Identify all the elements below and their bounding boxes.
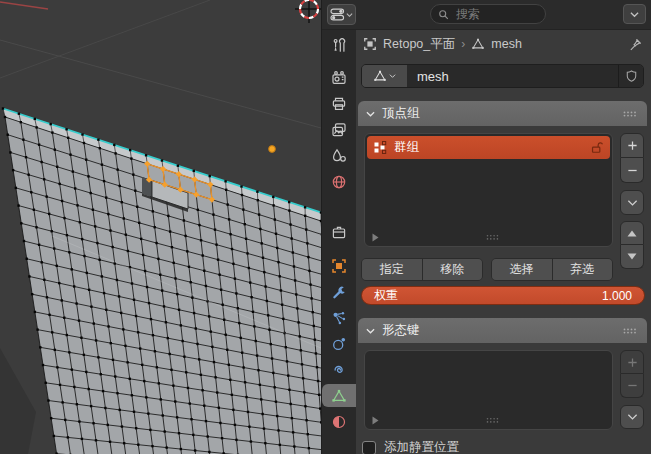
properties-panel: Retopo_平面 › mesh — [356, 30, 651, 454]
tab-particles[interactable] — [322, 306, 356, 329]
plus-icon — [627, 140, 638, 151]
remove-vertex-group-button[interactable] — [620, 158, 644, 183]
vertex-group-actions: 指定 移除 选择 弃选 — [361, 258, 613, 281]
breadcrumb: Retopo_平面 › mesh — [356, 30, 651, 58]
tool-icon — [331, 38, 347, 54]
tab-constraints[interactable] — [322, 358, 356, 381]
tab-scene[interactable] — [322, 144, 356, 167]
pin-icon[interactable] — [629, 38, 642, 51]
view-layer-icon — [331, 122, 347, 138]
shape-keys-list[interactable] — [364, 350, 613, 430]
retopo-mesh-canvas[interactable] — [0, 0, 321, 454]
plus-icon — [627, 357, 638, 368]
add-shape-key-button[interactable] — [620, 350, 644, 374]
datablock-type-button[interactable] — [362, 65, 407, 87]
drag-grip-icon[interactable] — [623, 110, 638, 118]
mesh-data-icon — [471, 37, 485, 51]
minus-icon — [627, 380, 638, 391]
tab-material[interactable] — [322, 410, 356, 433]
tab-collection[interactable] — [322, 221, 356, 244]
shape-keys-content — [356, 350, 651, 430]
search-icon — [438, 9, 449, 20]
remove-button[interactable]: 移除 — [422, 259, 483, 280]
breadcrumb-separator: › — [461, 37, 465, 51]
header-menu-button[interactable] — [623, 4, 646, 24]
move-group-up-button[interactable] — [620, 221, 644, 245]
tab-modifiers[interactable] — [322, 280, 356, 303]
mesh-name-input[interactable] — [407, 65, 618, 87]
tab-view-layer[interactable] — [322, 118, 356, 141]
tab-render[interactable] — [322, 66, 356, 89]
breadcrumb-data-name[interactable]: mesh — [491, 37, 522, 51]
drag-grip-icon[interactable] — [623, 327, 638, 335]
properties-header — [322, 0, 651, 30]
panel-expand-chevron-icon — [366, 110, 375, 118]
fake-user-toggle[interactable] — [618, 65, 643, 87]
3d-viewport[interactable] — [0, 0, 321, 454]
world-icon — [331, 174, 347, 190]
mesh-data-icon — [331, 388, 347, 404]
physics-icon — [331, 336, 347, 352]
datablock-name-field — [361, 64, 644, 88]
vertex-group-name: 群组 — [394, 139, 582, 156]
chevron-down-icon — [630, 11, 639, 18]
shape-keys-side-buttons — [620, 350, 644, 429]
object-icon — [331, 258, 347, 274]
editor-type-selector[interactable] — [327, 4, 356, 25]
panel-title: 顶点组 — [382, 105, 420, 122]
property-tabs — [322, 30, 356, 454]
vertex-groups-list[interactable]: 群组 — [364, 133, 613, 247]
triangle-up-icon — [627, 230, 637, 237]
panel-title: 形态键 — [382, 322, 420, 339]
list-footer — [372, 415, 605, 426]
output-printer-icon — [331, 96, 347, 112]
vertex-group-icon — [374, 141, 387, 154]
unlocked-icon[interactable] — [589, 141, 603, 154]
move-group-down-button[interactable] — [620, 245, 644, 269]
particles-icon — [331, 310, 347, 326]
breadcrumb-object-name[interactable]: Retopo_平面 — [383, 36, 455, 53]
add-vertex-group-button[interactable] — [620, 133, 644, 158]
remove-shape-key-button[interactable] — [620, 374, 644, 398]
vertex-group-specials-button[interactable] — [620, 190, 644, 215]
triangle-down-icon — [627, 253, 637, 260]
filter-expand-icon[interactable] — [372, 416, 379, 425]
add-rest-position-row: 添加静置位置 — [362, 439, 651, 454]
shape-key-specials-button[interactable] — [620, 405, 644, 429]
deselect-button[interactable]: 弃选 — [552, 259, 613, 280]
tab-tool[interactable] — [322, 34, 356, 57]
tab-physics[interactable] — [322, 332, 356, 355]
tab-world[interactable] — [322, 170, 356, 193]
chevron-down-icon — [346, 12, 353, 18]
chevron-down-icon — [627, 199, 638, 207]
tab-object-data[interactable] — [322, 384, 356, 407]
vertex-groups-panel-header[interactable]: 顶点组 — [358, 101, 647, 126]
properties-editor-icon — [330, 8, 345, 21]
vertex-group-row-selected[interactable]: 群组 — [367, 136, 610, 159]
select-button[interactable]: 选择 — [492, 259, 552, 280]
vertex-groups-content: 群组 — [356, 133, 651, 247]
tab-output[interactable] — [322, 92, 356, 115]
search-box[interactable] — [430, 4, 546, 24]
material-icon — [331, 414, 347, 430]
properties-editor: Retopo_平面 › mesh — [321, 0, 651, 454]
resize-grip-icon[interactable] — [486, 234, 499, 241]
tab-object[interactable] — [322, 254, 356, 277]
chevron-down-icon — [389, 73, 396, 79]
mesh-data-icon — [373, 69, 387, 83]
panel-expand-chevron-icon — [366, 327, 375, 335]
list-footer — [372, 232, 605, 243]
shape-keys-panel-header[interactable]: 形态键 — [358, 318, 647, 343]
add-rest-position-label: 添加静置位置 — [384, 439, 459, 454]
filter-expand-icon[interactable] — [372, 233, 379, 242]
vertex-groups-side-buttons — [620, 133, 644, 269]
render-icon — [331, 70, 347, 86]
add-rest-position-checkbox[interactable] — [362, 441, 376, 454]
resize-grip-icon[interactable] — [486, 417, 499, 424]
weight-slider[interactable]: 权重 1.000 — [361, 286, 645, 305]
search-input[interactable] — [454, 6, 538, 22]
blender-window: Retopo_平面 › mesh — [0, 0, 651, 454]
weight-value: 1.000 — [602, 289, 632, 303]
assign-button[interactable]: 指定 — [362, 259, 422, 280]
weight-label: 权重 — [374, 287, 398, 304]
